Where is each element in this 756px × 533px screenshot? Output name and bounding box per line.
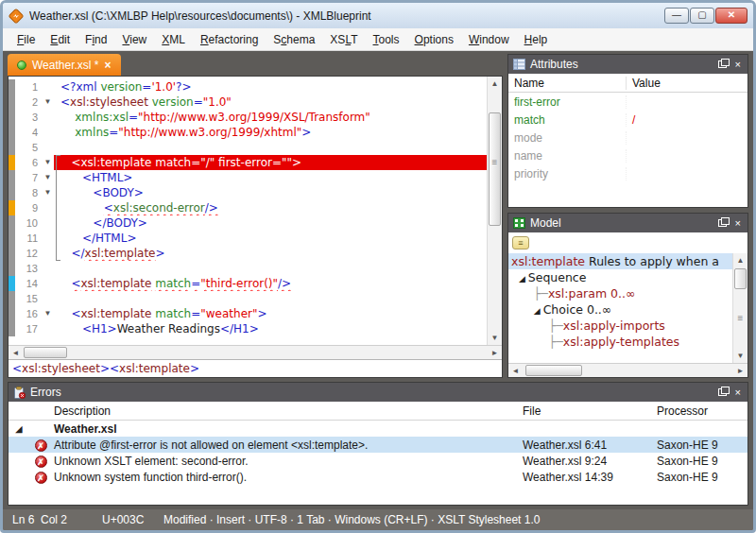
attributes-col-value[interactable]: Value bbox=[627, 77, 747, 90]
editor-horizontal-scrollbar[interactable]: ◄ ► bbox=[9, 345, 502, 359]
tree-expanded-icon[interactable]: ◢ bbox=[519, 274, 528, 284]
code-line-5[interactable]: 5 bbox=[9, 140, 487, 155]
element-breadcrumb[interactable]: <xsl:stylesheet><xsl:template> bbox=[9, 359, 502, 377]
tree-expanded-icon[interactable]: ◢ bbox=[534, 306, 543, 316]
model-tree[interactable]: xsl:template Rules to apply when a ◢ Seq… bbox=[508, 253, 732, 363]
scroll-up-icon[interactable]: ▲ bbox=[733, 253, 747, 267]
horizontal-scroll-thumb[interactable] bbox=[24, 347, 67, 358]
menu-item-xml[interactable]: XML bbox=[155, 30, 192, 49]
model-tree-item[interactable]: ├─xsl:apply-templates bbox=[508, 334, 732, 350]
menu-item-window[interactable]: Window bbox=[462, 30, 516, 49]
code-line-17[interactable]: 17 <H1>Weather Readings</H1> bbox=[9, 321, 487, 336]
code-line-7[interactable]: 7▼ <HTML> bbox=[9, 170, 487, 185]
model-float-icon[interactable] bbox=[716, 218, 729, 229]
breadcrumb-segment[interactable]: xsl:stylesheet bbox=[22, 362, 100, 375]
code-line-1[interactable]: 1<?xml version='1.0'?> bbox=[9, 79, 487, 95]
model-header-row[interactable]: xsl:template Rules to apply when a bbox=[508, 253, 732, 269]
code-line-10[interactable]: 10 </BODY> bbox=[9, 215, 487, 231]
code-line-16[interactable]: 16▼ <xsl:template match="weather"> bbox=[9, 306, 487, 321]
attribute-row-name[interactable]: name bbox=[508, 146, 747, 164]
minimize-button[interactable]: — bbox=[664, 8, 689, 24]
menu-item-help[interactable]: Help bbox=[518, 30, 555, 49]
editor-vertical-scrollbar[interactable]: ▲ ▼ bbox=[487, 77, 502, 345]
menu-item-options[interactable]: Options bbox=[408, 30, 460, 49]
menu-item-edit[interactable]: Edit bbox=[43, 30, 77, 49]
model-tree-item[interactable]: ├─xsl:param 0..∞ bbox=[508, 285, 732, 301]
code-line-9[interactable]: 9 <xsl:second-error/> bbox=[9, 200, 487, 215]
code-line-4[interactable]: 4 xmlns="http://www.w3.org/1999/xhtml"> bbox=[9, 125, 487, 140]
model-tree-item[interactable]: ├─xsl:apply-imports bbox=[508, 318, 732, 334]
scroll-down-icon[interactable]: ▼ bbox=[488, 331, 502, 345]
menu-item-refactoring[interactable]: Refactoring bbox=[194, 30, 265, 49]
attribute-row-match[interactable]: match/ bbox=[508, 111, 747, 129]
code-lines[interactable]: 1<?xml version='1.0'?>2▼<xsl:stylesheet … bbox=[9, 77, 487, 345]
menu-item-tools[interactable]: Tools bbox=[367, 30, 406, 49]
errors-col-file[interactable]: File bbox=[523, 404, 657, 418]
model-close-icon[interactable]: × bbox=[733, 218, 743, 229]
attribute-row-first-error[interactable]: first-error bbox=[508, 93, 747, 111]
model-tree-item[interactable]: ◢ Sequence bbox=[508, 269, 732, 285]
code-line-11[interactable]: 11 </HTML> bbox=[9, 231, 487, 246]
fold-collapse-icon[interactable]: ▼ bbox=[42, 185, 54, 200]
vertical-scroll-thumb[interactable] bbox=[734, 268, 747, 289]
close-button[interactable]: ✕ bbox=[715, 8, 747, 24]
breadcrumb-segment[interactable]: < bbox=[12, 362, 22, 375]
code-line-2[interactable]: 2▼<xsl:stylesheet version="1.0" bbox=[9, 95, 487, 110]
breadcrumb-segment[interactable]: > bbox=[190, 362, 199, 375]
gutter-strip bbox=[9, 125, 15, 140]
scroll-right-icon[interactable]: ► bbox=[733, 364, 747, 377]
model-horizontal-scrollbar[interactable]: ◄ ► bbox=[508, 363, 747, 377]
attributes-close-icon[interactable]: × bbox=[733, 60, 743, 70]
vertical-scroll-thumb[interactable] bbox=[489, 112, 501, 226]
code-line-6[interactable]: 6▼ <xsl:template match="/" first-error="… bbox=[9, 155, 487, 170]
attribute-value[interactable]: / bbox=[627, 113, 747, 127]
errors-group-row[interactable]: ◢Weather.xsl bbox=[9, 421, 747, 437]
fold-collapse-icon[interactable]: ▼ bbox=[42, 306, 54, 321]
error-row-3[interactable]: ✗Unknown system function third-error().W… bbox=[9, 469, 747, 485]
attribute-row-priority[interactable]: priority bbox=[508, 164, 747, 182]
model-options-button[interactable]: ≡ bbox=[512, 236, 529, 249]
code-line-14[interactable]: 14 <xsl:template match="third-error()"/> bbox=[9, 276, 487, 291]
fold-collapse-icon[interactable]: ▼ bbox=[42, 170, 54, 185]
breadcrumb-segment[interactable]: < bbox=[110, 362, 119, 375]
breadcrumb-segment[interactable]: xsl:template bbox=[119, 362, 190, 375]
tab-close-icon[interactable]: × bbox=[104, 60, 111, 71]
fold-gutter bbox=[42, 276, 54, 291]
scroll-up-icon[interactable]: ▲ bbox=[488, 77, 502, 91]
scroll-left-icon[interactable]: ◄ bbox=[508, 364, 523, 377]
code-line-body: <BODY> bbox=[54, 185, 487, 200]
menu-item-find[interactable]: Find bbox=[78, 30, 113, 49]
errors-col-processor[interactable]: Processor bbox=[657, 404, 747, 418]
attribute-row-mode[interactable]: mode bbox=[508, 129, 747, 146]
model-tree-item[interactable]: ◢ Choice 0..∞ bbox=[508, 301, 732, 318]
fold-collapse-icon[interactable]: ▼ bbox=[42, 95, 54, 110]
scroll-right-icon[interactable]: ► bbox=[488, 346, 502, 359]
attributes-table-header: Name Value bbox=[508, 74, 747, 93]
model-vertical-scrollbar[interactable]: ▲ ▼ bbox=[732, 253, 747, 363]
attributes-col-name[interactable]: Name bbox=[508, 77, 627, 90]
scroll-left-icon[interactable]: ◄ bbox=[9, 346, 23, 359]
attributes-float-icon[interactable] bbox=[716, 60, 729, 70]
maximize-button[interactable]: ▢ bbox=[690, 8, 714, 24]
fold-collapse-icon[interactable]: ▼ bbox=[42, 155, 54, 170]
menu-item-xslt[interactable]: XSLT bbox=[323, 30, 364, 49]
scroll-down-icon[interactable]: ▼ bbox=[733, 349, 747, 363]
horizontal-scroll-thumb[interactable] bbox=[525, 365, 582, 376]
menu-item-schema[interactable]: Schema bbox=[266, 30, 321, 49]
group-collapse-icon[interactable]: ◢ bbox=[9, 424, 29, 434]
code-line-8[interactable]: 8▼ <BODY> bbox=[9, 185, 487, 200]
errors-col-description[interactable]: Description bbox=[52, 404, 523, 418]
line-number: 12 bbox=[15, 246, 42, 261]
errors-float-icon[interactable] bbox=[716, 387, 729, 398]
code-line-13[interactable]: 13 bbox=[9, 261, 487, 276]
error-row-1[interactable]: ✗Attribute @first-error is not allowed o… bbox=[9, 437, 747, 453]
error-row-2[interactable]: ✗Unknown XSLT element: second-error.Weat… bbox=[9, 453, 747, 469]
breadcrumb-segment[interactable]: > bbox=[100, 362, 110, 375]
code-line-3[interactable]: 3 xmlns:xsl="http://www.w3.org/1999/XSL/… bbox=[9, 110, 487, 125]
menu-item-file[interactable]: File bbox=[10, 30, 42, 49]
menu-item-view[interactable]: View bbox=[115, 30, 153, 49]
code-line-15[interactable]: 15 bbox=[9, 291, 487, 306]
tab-weather-xsl[interactable]: Weather.xsl * × bbox=[8, 54, 121, 76]
code-line-12[interactable]: 12 </xsl:template> bbox=[9, 246, 487, 261]
errors-close-icon[interactable]: × bbox=[733, 387, 743, 398]
